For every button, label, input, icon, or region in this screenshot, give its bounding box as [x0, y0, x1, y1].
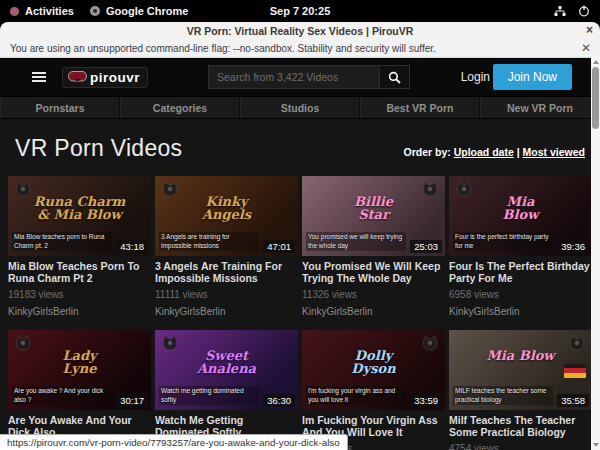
video-studio-link[interactable]: KinkyGirlsBerlin — [302, 306, 445, 317]
duration-badge: 43:18 — [116, 240, 148, 253]
scrollbar[interactable] — [591, 57, 600, 450]
video-views: 11111 views — [155, 289, 298, 300]
clock[interactable]: Sep 7 20:25 — [0, 5, 600, 17]
thumbnail-performer-name: Mia Blow — [449, 195, 592, 221]
site-logo[interactable]: pirouvr — [62, 67, 148, 88]
network-icon[interactable] — [554, 6, 566, 17]
thumbnail-performer-name: Dolly Dyson — [302, 349, 445, 375]
site-header: pirouvr Login Join Now — [0, 58, 600, 96]
video-views: 11326 views — [302, 289, 445, 300]
thumbnail-caption: MILF teaches the teacher some practical … — [453, 386, 553, 405]
nav-item-best-vr-porn[interactable]: Best VR Porn — [360, 97, 480, 118]
nav-item-pornstars[interactable]: Pornstars — [0, 97, 120, 118]
power-icon[interactable] — [578, 5, 590, 17]
nav-item-categories[interactable]: Categories — [120, 97, 240, 118]
window-title: VR Porn: Virtual Reality Sex Videos | Pi… — [187, 25, 414, 37]
page-content: VR Porn Videos Order by: Upload date | M… — [0, 119, 600, 450]
thumbnail-performer-name: Billie Star — [302, 195, 445, 221]
video-title[interactable]: You Promised We Will Keep Trying The Who… — [302, 260, 445, 285]
duration-badge: 47:01 — [263, 240, 295, 253]
video-thumbnail[interactable]: Mia Blow Four is the perfect birthday pa… — [449, 176, 592, 256]
video-card[interactable]: Mia Blow MILF teaches the teacher some p… — [449, 330, 592, 450]
search-icon — [388, 71, 401, 84]
thumbnail-caption: Four is the perfect birthday party for m… — [453, 232, 553, 251]
thumbnail-caption: 3 Angels are training for impossible mis… — [159, 232, 259, 251]
thumbnail-caption: You promised we will keep trying the who… — [306, 232, 406, 251]
video-card[interactable]: Mia Blow Four is the perfect birthday pa… — [449, 176, 592, 326]
browser-window: VR Porn: Virtual Reality Sex Videos | Pi… — [0, 22, 600, 450]
thumbnail-caption: Are you awake ? And your dick also ? — [12, 386, 112, 405]
video-title[interactable]: Mia Blow Teaches Porn To Runa Charm Pt 2 — [8, 260, 151, 285]
logo-text: pirouvr — [90, 70, 140, 85]
order-most-viewed-link[interactable]: Most viewed — [523, 146, 585, 158]
scrollbar-thumb[interactable] — [592, 67, 599, 129]
search-button[interactable] — [380, 65, 410, 89]
video-studio-link[interactable]: KinkyGirlsBerlin — [8, 306, 151, 317]
duration-badge: 25:03 — [410, 240, 442, 253]
nav-item-new-vr-porn[interactable]: New VR Porn — [480, 97, 600, 118]
order-by-label: Order by: — [403, 146, 450, 158]
video-views: 6958 views — [449, 289, 592, 300]
search-area — [208, 65, 410, 89]
video-title[interactable]: Four Is The Perfect Birthday Party For M… — [449, 260, 592, 285]
germany-flag-icon — [564, 364, 586, 378]
sandbox-warning-bar: You are using an unsupported command-lin… — [0, 39, 600, 58]
thumbnail-performer-name: Lady Lyne — [8, 349, 151, 375]
scroll-down-arrow-icon[interactable] — [593, 443, 599, 447]
thumbnail-caption: I'm fucking your virgin ass and you will… — [306, 386, 406, 405]
video-studio-link[interactable]: KinkyGirlsBerlin — [449, 306, 592, 317]
video-studio-link[interactable]: KinkyGirlsBerlin — [155, 306, 298, 317]
main-nav: PornstarsCategoriesStudiosBest VR PornNe… — [0, 96, 600, 119]
order-separator: | — [517, 146, 520, 158]
order-upload-date-link[interactable]: Upload date — [454, 146, 514, 158]
video-grid: Runa Charm & Mia Blow Mia Blow teaches p… — [0, 176, 600, 450]
search-input[interactable] — [208, 65, 380, 89]
video-views: 4754 views — [449, 443, 592, 450]
warning-close-button[interactable]: ✕ — [581, 41, 591, 55]
video-thumbnail[interactable]: Dolly Dyson I'm fucking your virgin ass … — [302, 330, 445, 410]
video-thumbnail[interactable]: Sweet Analena Watch me getting dominated… — [155, 330, 298, 410]
video-thumbnail[interactable]: Mia Blow MILF teaches the teacher some p… — [449, 330, 592, 410]
video-card[interactable]: Lady Lyne Are you awake ? And your dick … — [8, 330, 151, 450]
scroll-up-arrow-icon[interactable] — [593, 60, 599, 64]
system-top-bar: Activities Google Chrome Sep 7 20:25 — [0, 0, 600, 22]
video-card[interactable]: Sweet Analena Watch me getting dominated… — [155, 330, 298, 450]
video-views: 19183 views — [8, 289, 151, 300]
thumbnail-caption: Mia Blow teaches porn to Runa Charm pt. … — [12, 232, 112, 251]
thumbnail-performer-name: Runa Charm & Mia Blow — [8, 195, 151, 221]
window-close-button[interactable]: × — [586, 23, 593, 37]
vr-goggles-icon — [68, 71, 87, 83]
video-thumbnail[interactable]: Lady Lyne Are you awake ? And your dick … — [8, 330, 151, 410]
duration-badge: 30:17 — [116, 394, 148, 407]
duration-badge: 39:36 — [557, 240, 589, 253]
login-link[interactable]: Login — [461, 70, 490, 84]
thumbnail-performer-name: Mia Blow — [449, 349, 592, 362]
video-card[interactable]: Kinky Angels 3 Angels are training for i… — [155, 176, 298, 326]
video-card[interactable]: Runa Charm & Mia Blow Mia Blow teaches p… — [8, 176, 151, 326]
menu-icon[interactable] — [32, 72, 46, 82]
window-titlebar[interactable]: VR Porn: Virtual Reality Sex Videos | Pi… — [0, 22, 600, 39]
status-url-bubble: https://pirouvr.com/vr-porn-video/779325… — [0, 434, 348, 450]
nav-item-studios[interactable]: Studios — [240, 97, 360, 118]
thumbnail-performer-name: Kinky Angels — [155, 195, 298, 221]
video-thumbnail[interactable]: Kinky Angels 3 Angels are training for i… — [155, 176, 298, 256]
video-card[interactable]: Billie Star You promised we will keep tr… — [302, 176, 445, 326]
thumbnail-performer-name: Sweet Analena — [155, 349, 298, 375]
video-title[interactable]: 3 Angels Are Training For Impossible Mis… — [155, 260, 298, 285]
duration-badge: 36:30 — [263, 394, 295, 407]
duration-badge: 35:58 — [557, 394, 589, 407]
video-title[interactable]: Milf Teaches The Teacher Some Practical … — [449, 414, 592, 439]
thumbnail-caption: Watch me getting dominated softly — [159, 386, 259, 405]
status-url-text: https://pirouvr.com/vr-porn-video/779325… — [7, 437, 340, 448]
video-thumbnail[interactable]: Billie Star You promised we will keep tr… — [302, 176, 445, 256]
screen: Activities Google Chrome Sep 7 20:25 VR — [0, 0, 600, 450]
warning-text: You are using an unsupported command-lin… — [10, 43, 436, 54]
video-thumbnail[interactable]: Runa Charm & Mia Blow Mia Blow teaches p… — [8, 176, 151, 256]
order-by: Order by: Upload date | Most viewed — [403, 146, 585, 162]
video-card[interactable]: Dolly Dyson I'm fucking your virgin ass … — [302, 330, 445, 450]
page-title: VR Porn Videos — [15, 135, 182, 162]
join-now-button[interactable]: Join Now — [493, 64, 572, 90]
duration-badge: 33:59 — [410, 394, 442, 407]
